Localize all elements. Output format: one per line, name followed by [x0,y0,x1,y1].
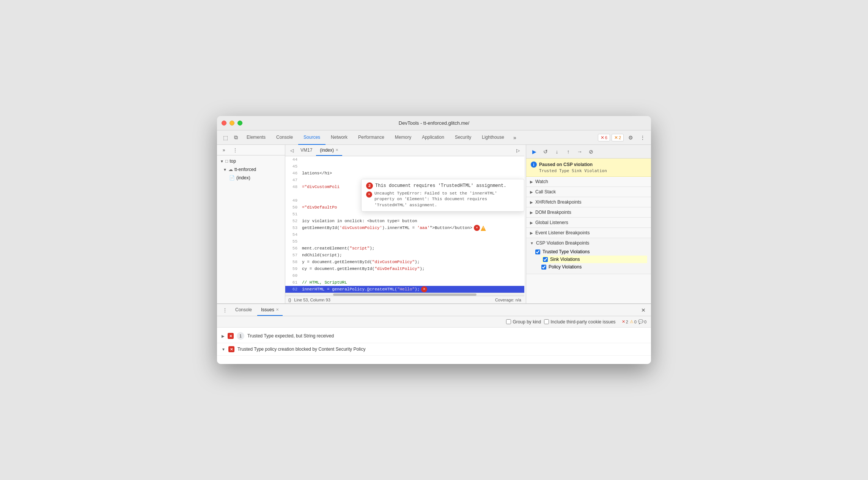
watch-arrow: ▶ [530,180,533,184]
warning-icon-53: ! [481,226,486,231]
tab-memory[interactable]: Memory [390,130,417,145]
callstack-arrow: ▶ [530,190,533,194]
tree-arrow-tt: ▼ [223,168,227,172]
warning-count-badge-bottom: ⚠ 0 [630,319,637,324]
paused-subtitle: Trusted Type Sink Violation [531,168,646,173]
table-row: 52 icy violation in onclick: <button typ… [285,218,524,224]
tab-lighthouse[interactable]: Lighthouse [476,130,509,145]
warning-count-badge[interactable]: ✕ 2 [612,134,624,141]
paused-notice: i Paused on CSP violation Trusted Type S… [526,158,651,177]
issue-expand-2[interactable]: ▼ [222,347,225,351]
step-into-button[interactable]: ↓ [552,147,562,157]
tab-vm17[interactable]: VM17 [297,145,316,156]
devtools-nav: ⬚ ⧉ Elements Console Sources Network Per… [217,130,651,145]
debugger-sections: ▶ Watch ▶ Call Stack ▶ XHR/fetch B [526,177,651,303]
bottom-more-icon[interactable]: ⋮ [220,305,230,315]
sidebar-menu-icon[interactable]: ⋮ [230,145,241,155]
third-party-checkbox[interactable] [544,319,549,324]
editor-area: ◁ VM17 (index) ✕ ▷ 2 [285,145,524,303]
event-arrow: ▶ [530,231,533,235]
maximize-button[interactable] [237,121,242,125]
event-listener-header[interactable]: ▶ Event Listener Breakpoints [526,228,651,238]
code-editor[interactable]: 2 This document requires 'TrustedHTML' a… [285,156,524,293]
step-over-button[interactable]: ↺ [541,147,550,157]
tab-back-icon[interactable]: ◁ [287,146,297,155]
trusted-type-checkbox[interactable] [535,249,540,254]
settings-icon[interactable]: ⚙ [625,132,636,143]
tab-security[interactable]: Security [450,130,476,145]
cursor-icon[interactable]: ⬚ [220,132,231,143]
nav-tabs: Elements Console Sources Network Perform… [241,130,598,145]
bottom-close-button[interactable]: ✕ [639,306,648,315]
tree-item-top[interactable]: ▼ □ top [217,157,285,165]
more-tabs-icon[interactable]: » [509,132,520,143]
tab-index-label: (index) [320,147,334,153]
more-options-icon[interactable]: ⋮ [637,132,648,143]
tree-label-top: top [230,158,236,164]
tooltip-message2: Uncaught TypeError: Failed to set the 'i… [374,191,519,208]
callstack-section-header[interactable]: ▶ Call Stack [526,187,651,197]
sink-violations-checkbox[interactable] [543,257,548,262]
table-row: 55 [285,238,524,245]
step-out-button[interactable]: ↑ [563,147,573,157]
tree-item-tt-enforced[interactable]: ▼ ☁ tt-enforced [217,165,285,174]
section-event-listener: ▶ Event Listener Breakpoints [526,228,651,238]
section-callstack: ▶ Call Stack [526,187,651,197]
issue-count-1: 1 [237,332,244,340]
csp-section-header[interactable]: ▼ CSP Violation Breakpoints [526,238,651,248]
issue-expand-1[interactable]: ▶ [222,334,225,338]
status-bar: {} Line 53, Column 93 Coverage: n/a [285,296,524,303]
csp-content: Trusted Type Violations Sink Violations … [526,248,651,274]
tab-application[interactable]: Application [417,130,450,145]
tab-elements[interactable]: Elements [241,130,271,145]
resume-button[interactable]: ▶ [529,147,539,157]
tab-console[interactable]: Console [271,130,298,145]
btab-console[interactable]: Console [231,304,256,316]
tab-network[interactable]: Network [326,130,353,145]
csp-label: CSP Violation Breakpoints [536,240,589,246]
close-button[interactable] [222,121,226,125]
xhr-section-header[interactable]: ▶ XHR/fetch Breakpoints [526,197,651,207]
cursor-position: Line 53, Column 93 [294,298,330,302]
error-count-badge[interactable]: ✕ 6 [598,134,610,141]
step-button[interactable]: → [575,147,585,157]
tab-performance[interactable]: Performance [353,130,390,145]
tree-icon-top: □ [225,158,228,164]
tab-index[interactable]: (index) ✕ [316,145,342,156]
run-icon[interactable]: ▷ [513,146,523,155]
table-row: 45 [285,163,524,170]
issues-list: ▶ ✕ 1 Trusted Type expected, but String … [217,328,651,364]
sidebar-more-icon[interactable]: » [219,145,229,155]
editor-tabs: ◁ VM17 (index) ✕ ▷ [285,145,524,156]
horizontal-scrollbar[interactable] [285,293,524,296]
issue-row-2[interactable]: ▼ ✕ Trusted Type policy creation blocked… [217,343,651,356]
group-by-kind-checkbox[interactable] [506,319,511,324]
toggle-device-icon[interactable]: ⧉ [231,132,241,143]
global-section-header[interactable]: ▶ Global Listeners [526,218,651,227]
tab-close-index[interactable]: ✕ [335,148,338,152]
dom-section-header[interactable]: ▶ DOM Breakpoints [526,207,651,217]
tree-item-index[interactable]: 📄 (index) [217,174,285,182]
issue-row-1[interactable]: ▶ ✕ 1 Trusted Type expected, but String … [217,329,651,343]
error-count-bottom: 2 [626,320,628,324]
btab-issues-close[interactable]: ✕ [276,307,279,312]
btab-issues[interactable]: Issues ✕ [257,304,283,316]
watch-section-header[interactable]: ▶ Watch [526,177,651,187]
format-button[interactable]: {} [288,298,291,302]
minimize-button[interactable] [230,121,234,125]
trusted-type-label: Trusted Type Violations [542,249,590,254]
group-by-kind-filter[interactable]: Group by kind [506,319,541,325]
tab-sources[interactable]: Sources [298,130,326,145]
file-tree: ▼ □ top ▼ ☁ tt-enforced 📄 (index) [217,155,285,184]
error-tooltip: 2 This document requires 'TrustedHTML' a… [361,179,524,212]
policy-violations-checkbox[interactable] [541,265,546,270]
table-row: 46 lations</h1> [285,170,524,177]
bottom-toolbar: Group by kind Include third-party cookie… [217,316,651,328]
deactivate-button[interactable]: ⊘ [586,147,596,157]
info-count-bottom: 0 [644,320,646,324]
code-lines: 44 45 46 lations</h1> 47 [285,156,524,293]
third-party-filter[interactable]: Include third-party cookie issues [544,319,615,325]
csp-arrow: ▼ [530,241,534,245]
global-arrow: ▶ [530,221,533,225]
dom-arrow: ▶ [530,210,533,215]
